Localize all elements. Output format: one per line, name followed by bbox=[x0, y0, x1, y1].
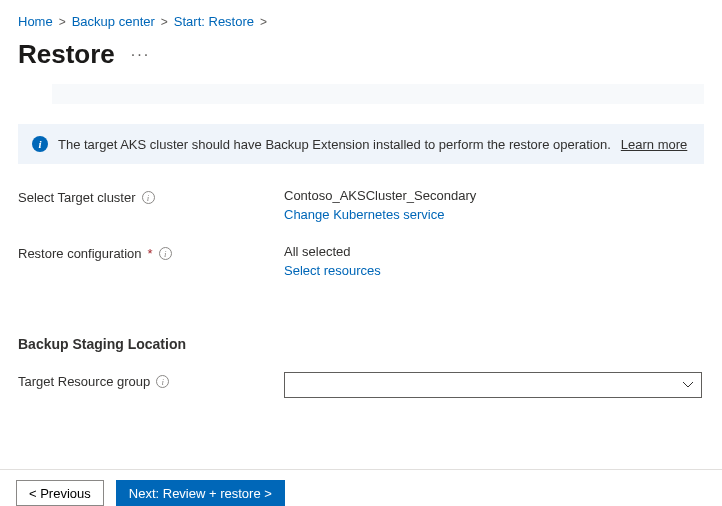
target-cluster-name: Contoso_AKSCluster_Secondary bbox=[284, 188, 704, 203]
required-marker: * bbox=[148, 246, 153, 261]
breadcrumb-start-restore[interactable]: Start: Restore bbox=[174, 14, 254, 29]
learn-more-link[interactable]: Learn more bbox=[621, 137, 687, 152]
row-select-target-cluster: Select Target cluster i Contoso_AKSClust… bbox=[18, 188, 704, 222]
page-title: Restore bbox=[18, 39, 115, 70]
breadcrumb-backup-center[interactable]: Backup center bbox=[72, 14, 155, 29]
label-text: Select Target cluster bbox=[18, 190, 136, 205]
breadcrumb-separator: > bbox=[260, 15, 267, 29]
change-kubernetes-service-link[interactable]: Change Kubernetes service bbox=[284, 207, 444, 222]
value-target-resource-group bbox=[284, 372, 704, 398]
row-restore-configuration: Restore configuration * i All selected S… bbox=[18, 244, 704, 278]
breadcrumb-home[interactable]: Home bbox=[18, 14, 53, 29]
info-icon: i bbox=[32, 136, 48, 152]
footer-actions: < Previous Next: Review + restore > bbox=[0, 469, 722, 506]
form: Select Target cluster i Contoso_AKSClust… bbox=[18, 188, 704, 398]
label-restore-configuration: Restore configuration * i bbox=[18, 244, 284, 261]
label-text: Restore configuration bbox=[18, 246, 142, 261]
value-restore-configuration: All selected Select resources bbox=[284, 244, 704, 278]
breadcrumb-separator: > bbox=[59, 15, 66, 29]
next-review-restore-button[interactable]: Next: Review + restore > bbox=[116, 480, 285, 506]
section-backup-staging-location: Backup Staging Location bbox=[18, 336, 704, 352]
help-icon[interactable]: i bbox=[159, 247, 172, 260]
page-header: Restore ··· bbox=[0, 35, 722, 84]
chevron-down-icon bbox=[683, 380, 693, 390]
label-target-resource-group: Target Resource group i bbox=[18, 372, 284, 389]
help-icon[interactable]: i bbox=[156, 375, 169, 388]
more-actions-button[interactable]: ··· bbox=[131, 46, 150, 64]
select-resources-link[interactable]: Select resources bbox=[284, 263, 381, 278]
breadcrumb: Home > Backup center > Start: Restore > bbox=[0, 0, 722, 35]
value-select-target-cluster: Contoso_AKSCluster_Secondary Change Kube… bbox=[284, 188, 704, 222]
help-icon[interactable]: i bbox=[142, 191, 155, 204]
target-resource-group-select[interactable] bbox=[284, 372, 702, 398]
restore-config-value: All selected bbox=[284, 244, 704, 259]
previous-button[interactable]: < Previous bbox=[16, 480, 104, 506]
row-target-resource-group: Target Resource group i bbox=[18, 372, 704, 398]
label-text: Target Resource group bbox=[18, 374, 150, 389]
content-strip bbox=[52, 84, 704, 104]
info-banner: i The target AKS cluster should have Bac… bbox=[18, 124, 704, 164]
label-select-target-cluster: Select Target cluster i bbox=[18, 188, 284, 205]
content-area: i The target AKS cluster should have Bac… bbox=[0, 84, 722, 398]
breadcrumb-separator: > bbox=[161, 15, 168, 29]
info-banner-text: The target AKS cluster should have Backu… bbox=[58, 137, 611, 152]
